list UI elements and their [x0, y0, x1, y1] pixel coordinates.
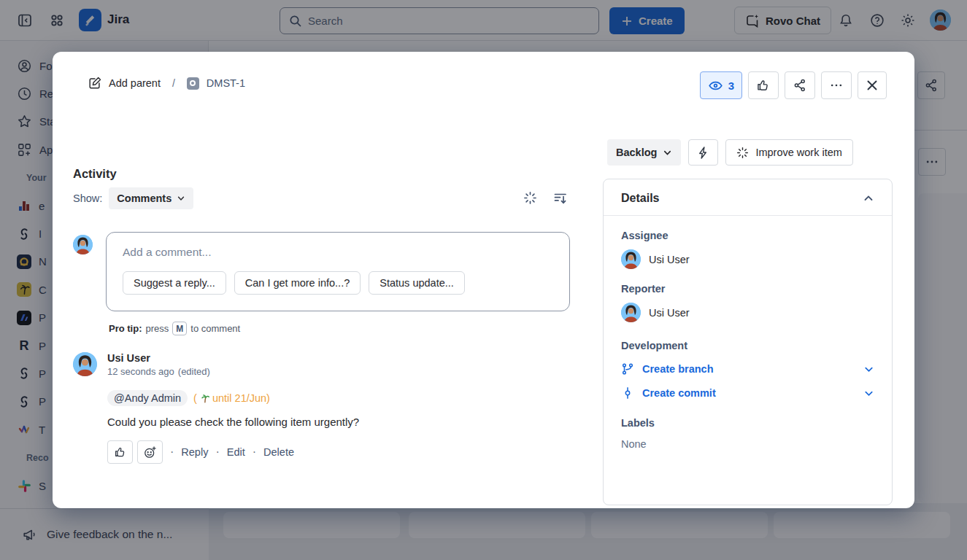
git-branch-icon	[621, 362, 634, 376]
vacation-status: ( until 21/Jun)	[193, 392, 270, 404]
reply-link[interactable]: Reply	[181, 446, 208, 458]
action-separator: ·	[250, 446, 259, 459]
activity-filter-dropdown[interactable]: Comments	[109, 187, 193, 209]
add-reaction-button[interactable]	[137, 440, 163, 464]
thumbs-up-icon	[114, 446, 127, 459]
comment-author[interactable]: Usi User	[107, 352, 570, 364]
activity-section: Activity Show: Comments Add a comment...…	[73, 167, 570, 464]
labels-value[interactable]: None	[621, 438, 874, 450]
edit-link[interactable]: Edit	[227, 446, 245, 458]
watchers-count: 3	[728, 79, 734, 92]
comment-text: Could you please check the following ite…	[107, 416, 570, 428]
pro-tip-text: to comment	[190, 323, 240, 334]
breadcrumb: Add parent / DMST-1	[88, 76, 245, 90]
assignee-name: Usi User	[649, 254, 690, 265]
current-user-avatar	[73, 235, 93, 254]
chevron-down-icon	[177, 194, 185, 203]
breadcrumb-separator: /	[168, 77, 180, 89]
create-branch-row[interactable]: Create branch	[621, 362, 874, 376]
eye-icon	[708, 78, 723, 93]
chevron-down-icon[interactable]	[863, 364, 874, 375]
lightning-bolt-icon	[696, 146, 710, 160]
action-separator: ·	[212, 446, 222, 459]
comment-placeholder: Add a comment...	[123, 246, 553, 259]
improve-work-item-label: Improve work item	[755, 147, 841, 158]
assignee-value[interactable]: Usi User	[621, 249, 874, 269]
more-actions-button[interactable]	[821, 71, 852, 99]
edit-pencil-icon	[88, 76, 102, 90]
modal-header-actions: 3	[700, 71, 887, 99]
pro-tip-bold: Pro tip:	[109, 323, 142, 334]
suggest-reply-button[interactable]: Suggest a reply...	[123, 271, 226, 295]
details-panel: Details Assignee Usi User Reporter Usi U…	[603, 179, 893, 505]
reporter-value[interactable]: Usi User	[621, 303, 874, 322]
automation-button[interactable]	[688, 139, 718, 166]
ai-sparkle-icon	[736, 147, 749, 159]
activity-title: Activity	[73, 167, 570, 181]
more-info-button[interactable]: Can I get more info...?	[234, 271, 361, 295]
action-separator: ·	[167, 446, 177, 459]
details-title: Details	[621, 192, 659, 205]
pro-tip: Pro tip: press M to comment	[109, 322, 570, 335]
watch-button[interactable]: 3	[700, 71, 742, 99]
comment-item: Usi User 12 seconds ago (edited) @Andy A…	[73, 352, 570, 464]
chevron-down-icon	[663, 148, 672, 158]
status-dropdown[interactable]: Backlog	[607, 139, 681, 166]
status-label: Backlog	[616, 147, 657, 158]
share-icon	[793, 78, 807, 93]
thumbs-up-icon	[756, 78, 771, 93]
git-commit-icon	[621, 386, 634, 400]
assignee-avatar	[621, 249, 641, 269]
chevron-up-icon[interactable]	[863, 192, 874, 204]
ai-burst-button[interactable]	[523, 191, 537, 206]
add-parent-button[interactable]: Add parent	[88, 76, 161, 90]
details-divider	[604, 215, 892, 216]
comment-author-avatar	[73, 352, 97, 376]
palm-tree-icon	[199, 393, 210, 404]
create-commit-link[interactable]: Create commit	[642, 387, 716, 399]
close-icon	[866, 79, 879, 92]
show-label: Show:	[73, 192, 102, 204]
like-button[interactable]	[748, 71, 779, 99]
comment-composer: Add a comment... Suggest a reply... Can …	[73, 232, 570, 311]
chevron-down-icon[interactable]	[863, 388, 874, 399]
reporter-name: Usi User	[649, 307, 690, 319]
more-horizontal-icon	[829, 78, 844, 93]
keyboard-key-m: M	[172, 322, 187, 335]
assignee-label: Assignee	[621, 230, 874, 241]
vacation-open-paren: (	[193, 392, 197, 404]
labels-label: Labels	[621, 417, 874, 429]
status-update-button[interactable]: Status update...	[369, 271, 465, 295]
close-button[interactable]	[858, 71, 887, 99]
vacation-text: until 21/Jun)	[212, 392, 270, 404]
improve-work-item-button[interactable]: Improve work item	[725, 139, 852, 166]
emoji-add-icon	[143, 446, 157, 459]
comment-like-button[interactable]	[107, 440, 133, 464]
delete-link[interactable]: Delete	[263, 446, 294, 458]
work-item-modal: Add parent / DMST-1 3 Backlog	[53, 52, 914, 508]
issue-key[interactable]: DMST-1	[207, 77, 245, 89]
add-parent-label: Add parent	[109, 77, 161, 89]
share-button[interactable]	[785, 71, 815, 99]
mention-chip[interactable]: @Andy Admin	[107, 390, 188, 406]
comment-input[interactable]: Add a comment... Suggest a reply... Can …	[106, 232, 570, 311]
activity-filter-value: Comments	[117, 192, 172, 204]
reporter-avatar	[621, 303, 641, 322]
pro-tip-text: press	[146, 323, 169, 334]
create-commit-row[interactable]: Create commit	[621, 386, 874, 400]
comment-edited-label: (edited)	[178, 366, 210, 377]
sort-order-button[interactable]	[553, 191, 568, 206]
development-label: Development	[621, 340, 874, 351]
status-toolbar: Backlog Improve work item	[607, 139, 853, 166]
reporter-label: Reporter	[621, 283, 874, 295]
comment-timestamp: 12 seconds ago	[107, 366, 174, 377]
task-type-icon	[187, 77, 199, 90]
create-branch-link[interactable]: Create branch	[642, 363, 714, 375]
